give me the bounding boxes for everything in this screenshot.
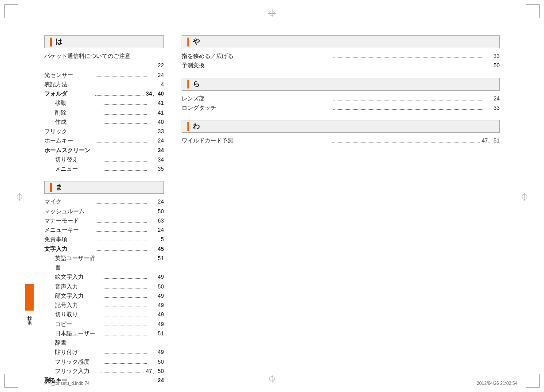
entry-ya-1: 予測変換 50 (182, 61, 500, 70)
entry-label-ha-7: フリック (44, 127, 95, 136)
section-wa-header: わ (182, 120, 500, 133)
entry-page-ma-4: 5 (148, 235, 164, 244)
entry-ha-0: パケット通信料についてのご注意 22 (44, 52, 164, 71)
entry-label-ma-1: マッシュルーム (44, 207, 95, 216)
entry-ma-13: 日本語ユーザー辞書 51 (44, 329, 164, 348)
dots-ma-8 (102, 288, 147, 288)
right-column: や 指を狭める／広げる 33 予測変換 50 (182, 35, 500, 153)
entry-page-ha-8: 24 (148, 136, 164, 146)
dots-ma-3 (97, 231, 147, 232)
entry-page-ma-2: 63 (148, 216, 164, 226)
entry-ma-9: 顔文字入力 49 (44, 292, 164, 301)
entry-ma-14: 貼り付け 49 (44, 348, 164, 357)
section-ra: ら レンズ部 24 ロングタッチ 33 (182, 78, 500, 113)
entry-label-ma-3: メニューキー (44, 226, 95, 235)
section-ha-title: は (55, 37, 62, 46)
entry-ha-7: フリック 33 (44, 127, 164, 136)
entry-ha-4: 移動 41 (44, 99, 164, 108)
dots-ma-1 (97, 213, 147, 213)
entry-label-ha-4: 移動 (44, 99, 100, 108)
entry-page-ma-0: 24 (148, 197, 164, 207)
entry-ha-3: フォルダ 34、40 (44, 89, 164, 99)
entry-label-ra-1: ロングタッチ (182, 104, 331, 113)
entry-label-ma-11: 切り取り (44, 310, 100, 319)
dots-ma-16 (101, 373, 144, 373)
dots-ha-4 (102, 104, 147, 105)
entry-page-ma-11: 49 (148, 310, 164, 319)
entry-label-ma-14: 貼り付け (44, 348, 100, 357)
entry-label-ma-12: コピー (44, 320, 100, 329)
dots-ha-5 (102, 114, 147, 115)
entry-ha-6: 作成 40 (44, 118, 164, 127)
dots-ma-7 (102, 278, 147, 279)
page: 付録／索引 は パケット通信料についてのご注意 22 (0, 0, 544, 392)
entry-page-ma-5: 45 (148, 245, 164, 254)
entry-ha-10: 切り替え 34 (44, 155, 164, 165)
dots-ma-10 (102, 307, 147, 307)
dots-ma-5 (97, 250, 147, 251)
dots-ra-0 (333, 100, 483, 100)
entry-page-ma-17: 24 (148, 376, 164, 385)
section-ya-title: や (193, 37, 200, 46)
dots-ha-7 (97, 133, 147, 133)
entry-ma-1: マッシュルーム 50 (44, 207, 164, 216)
entry-label-ma-10: 記号入力 (44, 301, 100, 310)
entry-label-ma-2: マナーモード (44, 216, 95, 226)
entry-page-ha-7: 33 (148, 127, 164, 136)
section-ra-header: ら (182, 78, 500, 91)
dots-ma-6 (102, 260, 147, 260)
entry-ma-2: マナーモード 63 (44, 216, 164, 226)
footer-right: 2012/04/26 21:02:54 (477, 381, 517, 386)
entry-label-ma-5: 文字入力 (44, 245, 95, 254)
dots-ha-8 (97, 142, 147, 142)
entry-page-ha-3: 34、40 (146, 89, 164, 99)
dots-ma-13 (102, 335, 147, 335)
section-ma-header: ま (44, 181, 164, 194)
entry-label-ha-5: 削除 (44, 108, 100, 118)
entry-ra-1: ロングタッチ 33 (182, 104, 500, 113)
entry-page-ha-5: 41 (148, 108, 164, 118)
entry-page-ya-1: 50 (484, 61, 500, 70)
dots-wa-0 (332, 142, 480, 142)
entry-page-ra-0: 24 (484, 94, 500, 104)
section-ya: や 指を狭める／広げる 33 予測変換 50 (182, 35, 500, 71)
section-wa-title: わ (193, 122, 200, 131)
entry-page-ma-12: 49 (148, 320, 164, 329)
section-ha-header: は (44, 35, 164, 48)
header-accent-ya (187, 38, 189, 46)
entry-ha-8: ホームキー 24 (44, 136, 164, 146)
entry-label-ha-8: ホームキー (44, 136, 95, 146)
entry-ma-16: フリック入力 47、50 (44, 367, 164, 376)
section-ha: は パケット通信料についてのご注意 22 光センサー 2 (44, 35, 164, 174)
dots-ha-9 (97, 152, 147, 152)
dots-ha-10 (102, 161, 147, 161)
section-ma-title: ま (55, 183, 62, 192)
entry-label-ha-3: フォルダ (44, 89, 93, 99)
dots-ya-0 (333, 58, 483, 58)
dots-ra-1 (333, 109, 483, 110)
dots-ma-2 (97, 222, 147, 223)
section-wa: わ ワイルドカード予測 47、51 (182, 120, 500, 146)
header-accent-ha (50, 38, 52, 46)
entry-page-ha-6: 40 (148, 118, 164, 127)
entry-label-ha-2: 表記方法 (44, 80, 95, 89)
entry-label-ma-9: 顔文字入力 (44, 292, 100, 301)
entry-ma-5: 文字入力 45 (44, 245, 164, 254)
entry-ma-7: 絵文字入力 49 (44, 273, 164, 282)
entry-ma-4: 免責事項 5 (44, 235, 164, 244)
entry-label-ma-16: フリック入力 (44, 367, 99, 376)
crop-mark-bl (4, 374, 18, 388)
entry-ra-0: レンズ部 24 (182, 94, 500, 104)
crop-mark-tl (4, 4, 18, 18)
side-tab: 付録／索引 (25, 284, 34, 317)
entry-ma-3: メニューキー 24 (44, 226, 164, 235)
entry-label-ya-1: 予測変換 (182, 61, 331, 70)
entry-ha-9: ホームスクリーン 34 (44, 146, 164, 155)
entry-label-wa-0: ワイルドカード予測 (182, 136, 330, 146)
entry-label-ya-0: 指を狭める／広げる (182, 52, 331, 61)
entry-page-wa-0: 47、51 (482, 136, 500, 146)
entry-label-ma-6: 英語ユーザー辞書 (44, 254, 100, 273)
dots-ha-1 (97, 77, 147, 77)
entry-label-ma-8: 音声入力 (44, 282, 100, 292)
dots-ma-0 (97, 203, 147, 204)
